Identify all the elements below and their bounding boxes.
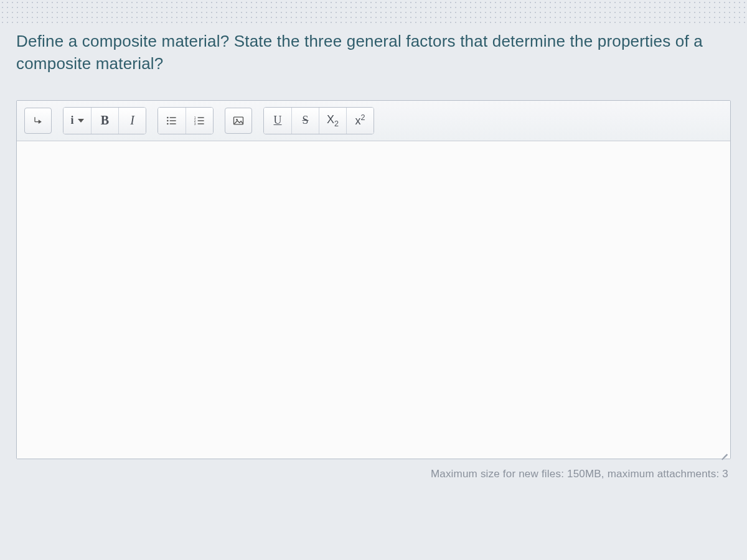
question-text: Define a composite material? State the t… <box>16 30 731 75</box>
bold-icon: B <box>101 113 109 128</box>
text-decoration-group: U S X2 x2 <box>263 107 374 134</box>
bold-button[interactable]: B <box>91 108 118 134</box>
info-icon: i <box>70 114 73 127</box>
italic-button[interactable]: I <box>118 108 146 134</box>
info-bold-italic-group: i B I <box>63 107 146 134</box>
underline-icon: U <box>274 114 282 127</box>
paragraph-direction-icon <box>32 114 44 127</box>
editor-content-area[interactable] <box>17 141 730 459</box>
svg-point-2 <box>167 119 169 121</box>
superscript-button[interactable]: x2 <box>346 108 374 134</box>
strikethrough-icon: S <box>302 114 308 127</box>
ordered-list-icon: 1 2 3 <box>194 114 206 127</box>
svg-text:3: 3 <box>194 121 195 125</box>
subscript-button[interactable]: X2 <box>319 108 346 134</box>
italic-icon: I <box>130 113 134 128</box>
list-group: 1 2 3 <box>157 107 214 134</box>
unordered-list-icon <box>166 114 178 127</box>
strikethrough-button[interactable]: S <box>291 108 319 134</box>
image-icon <box>232 114 245 127</box>
unordered-list-button[interactable] <box>158 108 186 134</box>
insert-image-button[interactable] <box>225 108 252 134</box>
ordered-list-button[interactable]: 1 2 3 <box>186 108 213 134</box>
info-dropdown-button[interactable]: i <box>63 108 91 134</box>
resize-handle-icon[interactable] <box>716 445 728 456</box>
chevron-down-icon <box>78 119 84 123</box>
rich-text-editor: i B I <box>16 100 731 459</box>
svg-point-0 <box>167 116 169 118</box>
superscript-icon: x2 <box>355 113 365 128</box>
decorative-dotted-strip <box>0 0 747 25</box>
attachment-limit-note: Maximum size for new files: 150MB, maxim… <box>14 468 728 480</box>
paragraph-direction-button[interactable] <box>24 108 52 134</box>
editor-toolbar: i B I <box>17 101 730 141</box>
subscript-icon: X2 <box>327 113 339 128</box>
underline-button[interactable]: U <box>264 108 291 134</box>
svg-point-4 <box>167 123 169 124</box>
